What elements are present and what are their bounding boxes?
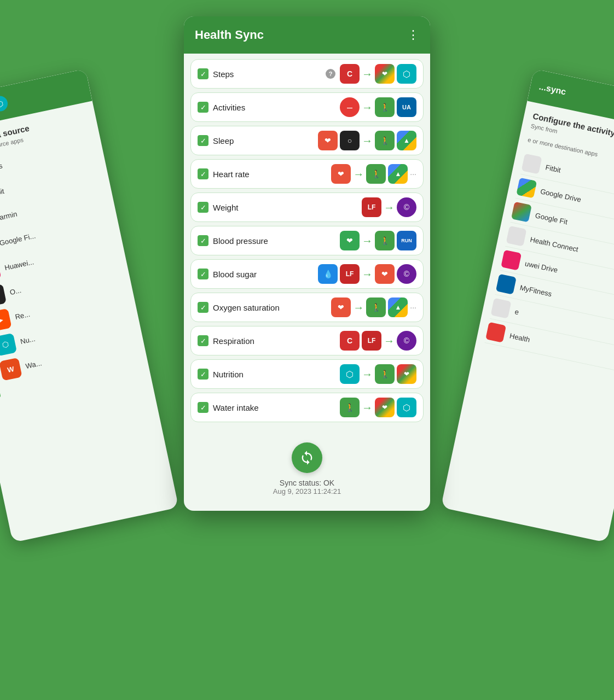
oxy-icon-src: ○ bbox=[0, 284, 7, 307]
resp-check[interactable] bbox=[198, 335, 208, 346]
water-dst2: ⬡ bbox=[397, 398, 416, 417]
dest-health-label: Health bbox=[509, 331, 531, 343]
oxy-label: Oxygen saturation bbox=[213, 303, 327, 312]
fitbit-label: Fitbit bbox=[0, 186, 5, 198]
bs-label: Blood sugar bbox=[213, 270, 314, 279]
oxy-arrow: → bbox=[353, 301, 364, 314]
heartrate-src: ❤ bbox=[331, 164, 351, 184]
bp-dst2: RUN bbox=[397, 231, 416, 250]
main-panel: Health Sync ⋮ Steps ? C → ❤ ⬡ Activities… bbox=[184, 16, 430, 511]
resp-src1: C bbox=[340, 331, 360, 351]
coros-label: Coros bbox=[0, 161, 3, 173]
nutrition-dst2: ❤ bbox=[397, 364, 416, 384]
bp-arrow: → bbox=[362, 235, 373, 247]
bs-arrow: → bbox=[362, 268, 373, 281]
resp-arrow: → bbox=[384, 335, 395, 347]
sync-row-bloodsugar[interactable]: Blood sugar 💧 LF → ❤ © bbox=[190, 259, 424, 289]
bp-dst1: 🚶 bbox=[375, 231, 395, 250]
huawei-icon-src: ◆ bbox=[0, 259, 1, 283]
activities-icons: – → 🚶 UA bbox=[340, 97, 416, 117]
oxy-icons: ❤ → 🚶 ▲ ··· bbox=[331, 298, 416, 317]
sleep-label: Sleep bbox=[213, 136, 314, 145]
resp-icon-src: ▶ bbox=[0, 308, 12, 332]
sync-status-timestamp: Aug 9, 2023 11:24:21 bbox=[184, 487, 430, 495]
resp-label: Respiration bbox=[213, 336, 335, 346]
heartrate-icons: ❤ → 🚶 ▲ ··· bbox=[331, 164, 416, 184]
dest-gfit-label: Google Fit bbox=[535, 211, 569, 226]
steps-help-icon[interactable]: ? bbox=[326, 69, 335, 79]
sync-row-weight[interactable]: Weight LF → © bbox=[190, 192, 424, 222]
sleep-check[interactable] bbox=[198, 135, 208, 146]
right-header-text: ...sync bbox=[538, 82, 566, 97]
oxy-check[interactable] bbox=[198, 302, 208, 313]
steps-label: Steps bbox=[213, 69, 321, 79]
resp-icons: C LF → © bbox=[340, 331, 416, 351]
bs-src2: LF bbox=[340, 264, 360, 284]
sync-row-water[interactable]: Water intake 🚶 → ❤ ⬡ bbox=[190, 393, 424, 422]
sync-row-heartrate[interactable]: Heart rate ❤ → 🚶 ▲ ··· bbox=[190, 159, 424, 189]
sync-row-steps[interactable]: Steps ? C → ❤ ⬡ bbox=[190, 59, 424, 89]
heartrate-dst1: 🚶 bbox=[366, 164, 386, 184]
activities-check[interactable] bbox=[198, 102, 208, 113]
bp-src: ❤ bbox=[340, 231, 360, 250]
huawei-label: Huawei... bbox=[4, 258, 34, 272]
oxy-dst2: ▲ bbox=[388, 298, 408, 317]
heartrate-check[interactable] bbox=[198, 168, 208, 179]
heartrate-dots: ··· bbox=[410, 170, 416, 178]
activities-dst2: UA bbox=[397, 97, 416, 117]
menu-icon[interactable]: ⋮ bbox=[407, 28, 419, 42]
garmin-label: Garmin bbox=[0, 209, 18, 223]
resp-dst: © bbox=[397, 331, 416, 351]
main-header: Health Sync ⋮ bbox=[184, 16, 430, 54]
app-title: Health Sync bbox=[195, 28, 264, 42]
water-arrow: → bbox=[362, 401, 373, 414]
sync-list: Steps ? C → ❤ ⬡ Activities – → 🚶 UA Slee… bbox=[184, 54, 430, 431]
sync-row-bloodpressure[interactable]: Blood pressure ❤ → 🚶 RUN bbox=[190, 226, 424, 255]
bs-src1: 💧 bbox=[318, 264, 338, 284]
water-icons: 🚶 → ❤ ⬡ bbox=[340, 398, 416, 417]
bp-label: Blood pressure bbox=[213, 236, 335, 246]
dest-mf-label: MyFitness bbox=[519, 283, 553, 298]
bp-check[interactable] bbox=[198, 235, 208, 246]
dest-gdrive-label: Google Drive bbox=[540, 187, 582, 203]
weight-src: LF bbox=[362, 197, 381, 217]
heartrate-dst2: ▲ bbox=[388, 164, 408, 184]
sleep-src2: ○ bbox=[340, 131, 360, 150]
dest-gfit-icon bbox=[511, 202, 532, 223]
oxy-label: O... bbox=[9, 286, 22, 296]
nutrition-dst1: 🚶 bbox=[375, 364, 395, 384]
dest-e-label: e bbox=[514, 307, 519, 316]
sync-button[interactable] bbox=[292, 442, 322, 473]
dest-fitbit-icon bbox=[522, 154, 542, 174]
weight-check[interactable] bbox=[198, 202, 208, 213]
dest-mf-icon bbox=[496, 274, 517, 295]
bs-dst1: ❤ bbox=[375, 264, 395, 284]
nu-icon-src: ⬡ bbox=[0, 333, 17, 357]
sync-status-area: Sync status: OK Aug 9, 2023 11:24:21 bbox=[184, 431, 430, 511]
bs-icons: 💧 LF → ❤ © bbox=[318, 264, 416, 284]
water-dst1: ❤ bbox=[375, 398, 395, 417]
sync-row-activities[interactable]: Activities – → 🚶 UA bbox=[190, 92, 424, 122]
nutrition-src: ⬡ bbox=[340, 364, 360, 384]
sync-row-respiration[interactable]: Respiration C LF → © bbox=[190, 326, 424, 355]
left-panel: C → ❤ ⬡ The activity data source Select … bbox=[0, 69, 179, 543]
sleep-dst2: ▲ bbox=[397, 131, 416, 150]
nutrition-check[interactable] bbox=[198, 369, 208, 380]
dest-hd-icon bbox=[501, 250, 522, 271]
water-check[interactable] bbox=[198, 402, 208, 413]
sync-row-nutrition[interactable]: Nutrition ⬡ → 🚶 ❤ bbox=[190, 359, 424, 389]
wa-label: Wa... bbox=[25, 359, 42, 370]
oxy-dst1: 🚶 bbox=[366, 298, 386, 317]
resp-label: Re... bbox=[14, 310, 31, 320]
sleep-arrow: → bbox=[362, 135, 373, 147]
extra-checkbox[interactable] bbox=[0, 387, 1, 399]
dest-fitbit-label: Fitbit bbox=[545, 163, 561, 174]
bs-check[interactable] bbox=[198, 269, 208, 279]
sleep-dst1: 🚶 bbox=[375, 131, 395, 150]
sync-row-oxygen[interactable]: Oxygen saturation ❤ → 🚶 ▲ ··· bbox=[190, 293, 424, 322]
sync-row-sleep[interactable]: Sleep ❤ ○ → 🚶 ▲ bbox=[190, 126, 424, 155]
dest-e-icon bbox=[491, 298, 512, 319]
nutrition-label: Nutrition bbox=[213, 370, 335, 379]
steps-check[interactable] bbox=[198, 68, 208, 79]
nutrition-arrow: → bbox=[362, 368, 373, 381]
